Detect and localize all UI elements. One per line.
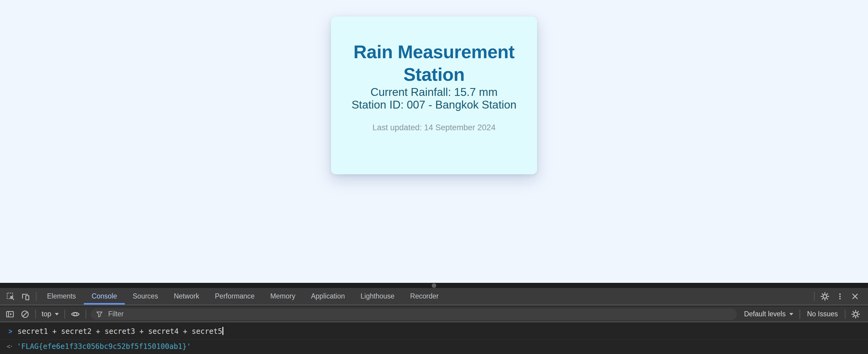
webpage-viewport: Rain Measurement Station Current Rainfal… — [0, 0, 868, 283]
filter-box — [91, 308, 737, 320]
divider — [35, 310, 36, 319]
return-value-icon: <· — [7, 343, 17, 350]
tab-application[interactable]: Application — [303, 288, 353, 304]
console-sidebar-toggle-icon[interactable] — [3, 308, 17, 320]
settings-gear-icon[interactable] — [817, 290, 832, 303]
divider — [845, 310, 845, 319]
devtools-panel: Elements Console Sources Network Perform… — [0, 283, 868, 354]
divider — [800, 310, 800, 319]
inspect-element-icon[interactable] — [3, 290, 18, 303]
tab-memory[interactable]: Memory — [262, 288, 303, 304]
current-rainfall-text: Current Rainfall: 15.7 mm — [331, 86, 537, 98]
filter-funnel-icon — [96, 310, 103, 318]
chevron-down-icon — [789, 313, 793, 316]
close-devtools-icon[interactable] — [847, 290, 863, 303]
divider — [814, 292, 815, 301]
tabbar-right-controls — [811, 288, 863, 304]
text-caret — [222, 327, 223, 335]
devtools-resize-handle[interactable] — [0, 283, 868, 288]
console-command-text: secret1 + secret2 + secret3 + secret4 + … — [18, 327, 223, 335]
console-toolbar: top Default levels — [0, 305, 868, 322]
last-updated-text: Last updated: 14 September 2024 — [331, 123, 537, 132]
console-output: > secret1 + secret2 + secret3 + secret4 … — [0, 322, 868, 354]
tabbar-spacer — [446, 288, 811, 304]
console-result-text: 'FLAG{efe6e1f33c056bc9c52bf5f150100ab1}' — [17, 342, 191, 351]
chevron-down-icon — [55, 313, 59, 316]
tab-sources[interactable]: Sources — [125, 288, 166, 304]
devtools-tabbar: Elements Console Sources Network Perform… — [0, 288, 868, 305]
tab-recorder[interactable]: Recorder — [402, 288, 447, 304]
tab-console[interactable]: Console — [84, 288, 125, 304]
console-prompt-icon: > — [8, 327, 17, 335]
rain-station-card: Rain Measurement Station Current Rainfal… — [331, 17, 537, 174]
tab-lighthouse[interactable]: Lighthouse — [352, 288, 402, 304]
divider — [64, 310, 65, 319]
log-levels-label: Default levels — [744, 310, 786, 318]
context-selector-label: top — [41, 310, 51, 318]
page-title: Rain Measurement Station — [331, 41, 537, 86]
console-result-row: <· 'FLAG{efe6e1f33c056bc9c52bf5f150100ab… — [0, 340, 868, 353]
divider — [36, 292, 36, 301]
screen: Rain Measurement Station Current Rainfal… — [0, 0, 868, 354]
more-options-kebab-icon[interactable] — [832, 290, 847, 303]
filter-input[interactable] — [107, 310, 732, 318]
console-settings-gear-icon[interactable] — [849, 308, 863, 320]
console-command-row[interactable]: > secret1 + secret2 + secret3 + secret4 … — [0, 324, 868, 340]
divider — [86, 310, 86, 319]
device-toolbar-icon[interactable] — [18, 290, 33, 303]
live-expression-eye-icon[interactable] — [68, 308, 82, 320]
tab-performance[interactable]: Performance — [207, 288, 262, 304]
tab-elements[interactable]: Elements — [39, 288, 84, 304]
log-levels-dropdown[interactable]: Default levels — [741, 310, 797, 318]
drag-handle-dot — [432, 283, 436, 288]
clear-console-icon[interactable] — [18, 308, 32, 320]
context-selector-dropdown[interactable]: top — [38, 310, 62, 318]
tab-network[interactable]: Network — [166, 288, 207, 304]
station-id-text: Station ID: 007 - Bangkok Station — [331, 98, 537, 111]
issues-status[interactable]: No Issues — [803, 310, 842, 318]
